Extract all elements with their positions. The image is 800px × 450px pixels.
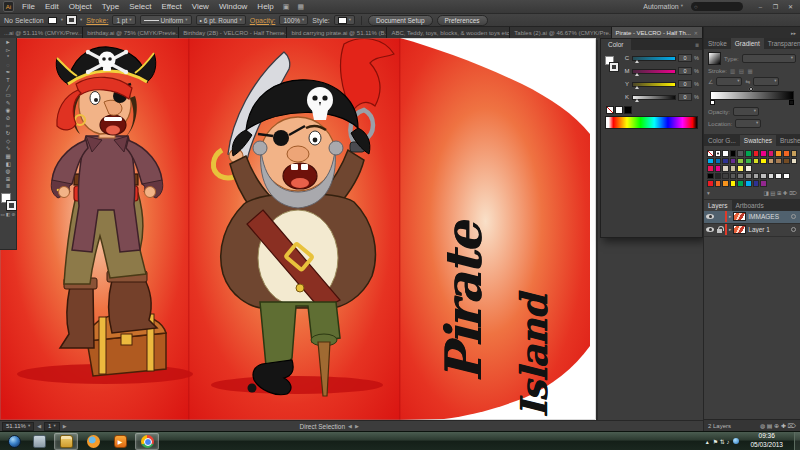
menu-item[interactable]: Effect [156,2,186,11]
black-swatch[interactable] [624,106,632,114]
rectangle-tool-icon[interactable]: ▭ [1,92,16,100]
layer-row[interactable]: ▸ Layer 1 [704,224,800,237]
menu-item[interactable]: Select [124,2,156,11]
color-swatch[interactable] [783,150,790,157]
restore-button[interactable]: ❐ [768,2,783,12]
status-right-icon[interactable]: ▶ [355,423,359,429]
line-tool-icon[interactable]: ╱ [1,85,16,93]
stroke-color-swatch[interactable] [67,16,76,24]
scale-tool-icon[interactable]: ◇ [1,138,16,146]
color-slider[interactable] [632,56,676,61]
menu-item[interactable]: Type [97,2,124,11]
color-swatch[interactable] [791,180,798,187]
color-swatch[interactable] [791,165,798,172]
direct-selection-tool-icon[interactable]: ▻ [1,47,16,55]
color-swatch[interactable] [775,180,782,187]
chrome-icon[interactable] [135,433,159,450]
fill-color-swatch[interactable] [48,17,57,24]
layer-target-icon[interactable] [791,214,796,219]
prev-artboard-icon[interactable]: ◀ [37,423,41,429]
pen-tool-icon[interactable]: ✒ [1,69,16,77]
arrange-documents-icon[interactable]: ▣ [279,3,294,11]
lasso-tool-icon[interactable]: ◌ [1,62,16,70]
location-select[interactable]: ▾ [735,119,761,128]
tray-expand-icon[interactable]: ▴ [706,438,709,445]
color-swatch[interactable] [753,158,760,165]
visibility-eye-icon[interactable] [706,214,714,219]
screen-mode-icon[interactable]: ▦ [293,3,308,11]
stroke-link[interactable]: Stroke: [86,17,108,24]
color-swatch[interactable] [775,165,782,172]
none-swatch[interactable] [606,106,614,114]
pencil-tool-icon[interactable]: ◉ [1,107,16,115]
tab-color[interactable]: Color [601,39,631,50]
taskbar-clock[interactable]: 09:36 05/03/2013 [743,432,790,450]
media-player-icon[interactable]: ▶ [108,433,132,450]
gradient-thumbnail[interactable] [708,52,721,65]
color-swatch[interactable] [722,165,729,172]
panel-tab[interactable]: Color G... [704,135,740,146]
color-slider[interactable] [632,69,676,74]
zoom-select[interactable]: 51.11% ▾ [2,422,34,431]
color-swatch[interactable] [737,158,744,165]
color-swatch[interactable] [707,180,714,187]
color-swatch[interactable] [715,165,722,172]
color-swatch[interactable] [715,173,722,180]
tray-app-icon[interactable] [733,438,739,444]
panel-tab[interactable]: Layers [704,200,732,211]
color-spectrum-bar[interactable] [605,116,698,129]
layer-action-icons[interactable]: ◍ ▤ ⊕ ✚ ⌦ [760,422,796,429]
firefox-icon[interactable] [81,433,105,450]
gradient-type-select[interactable]: ▾ [742,54,796,63]
menu-item[interactable]: View [187,2,214,11]
search-input[interactable]: ○ [691,2,743,11]
swatch-kind-icon[interactable]: ▾ [707,190,710,196]
color-swatch[interactable] [715,158,722,165]
magic-wand-tool-icon[interactable]: * [1,54,16,62]
color-swatch[interactable] [745,180,752,187]
layer-thumbnail[interactable] [733,212,746,221]
artwork-canvas[interactable]: Pirate Island [0,38,703,420]
color-swatch[interactable] [775,173,782,180]
close-icon[interactable]: ✕ [694,30,698,36]
menu-item[interactable]: Edit [40,2,64,11]
gradient-stop-white[interactable] [710,100,715,105]
color-swatch[interactable] [753,173,760,180]
color-swatch[interactable] [737,165,744,172]
color-slider[interactable] [632,82,676,87]
color-swatch[interactable] [715,180,722,187]
expand-arrow-icon[interactable]: ▸ [729,227,731,232]
eyedropper-tool-icon[interactable]: ◍ [1,168,16,176]
document-tab[interactable]: ...ai @ 51.11% (CMYK/Prev... ✕ [0,27,83,38]
color-swatch[interactable] [722,150,729,157]
color-slider[interactable] [632,95,676,100]
layer-thumbnail[interactable] [733,225,746,234]
color-swatch[interactable] [730,158,737,165]
color-swatch[interactable] [715,150,722,157]
color-swatch[interactable] [730,173,737,180]
show-desktop-button[interactable] [794,432,800,450]
color-swatch[interactable] [783,165,790,172]
color-swatch[interactable] [791,158,798,165]
white-swatch[interactable] [615,106,623,114]
color-swatch[interactable] [791,173,798,180]
style-select[interactable]: ▾ [334,15,355,25]
color-swatch[interactable] [760,180,767,187]
color-value-input[interactable]: 0 [678,54,692,62]
color-swatch[interactable] [775,150,782,157]
opacity-link[interactable]: Opacity: [250,17,276,24]
color-swatch[interactable] [745,165,752,172]
artboard-nav-select[interactable]: 1 ▾ [44,422,60,431]
color-value-input[interactable]: 0 [678,67,692,75]
paintbrush-tool-icon[interactable]: ✎ [1,100,16,108]
next-artboard-icon[interactable]: ▶ [63,423,67,429]
color-value-input[interactable]: 0 [678,80,692,88]
color-swatch[interactable] [722,158,729,165]
color-swatch[interactable] [745,150,752,157]
hand-tool-icon[interactable]: ≣ [1,183,16,191]
color-swatch[interactable] [722,180,729,187]
stroke-width-select[interactable]: 1 pt ▾ [112,15,135,25]
gradient-tool-icon[interactable]: ◧ [1,161,16,169]
color-swatch[interactable] [753,165,760,172]
gradient-stop-black[interactable] [789,100,794,105]
